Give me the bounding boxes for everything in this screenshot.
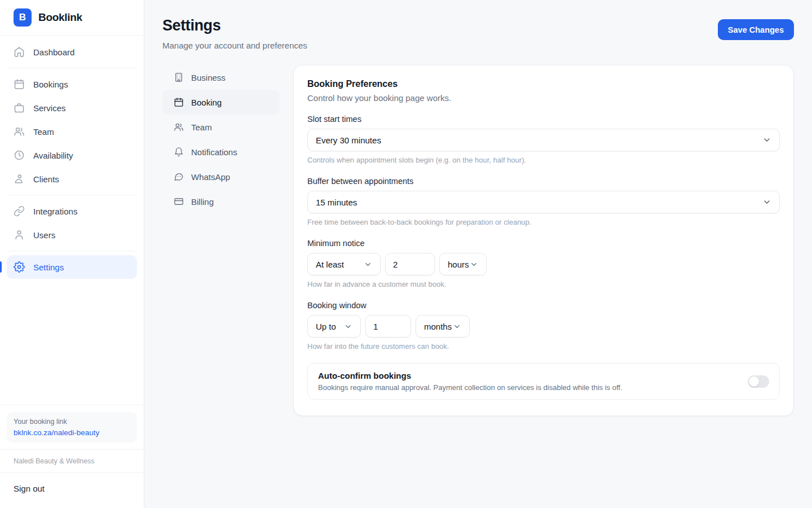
- sidebar-item-dashboard[interactable]: Dashboard: [7, 40, 137, 64]
- chevron-down-icon: [762, 135, 771, 144]
- auto-confirm-label: Auto-confirm bookings: [318, 371, 623, 380]
- tab-billing[interactable]: Billing: [162, 189, 280, 214]
- booking-link-card: Your booking link bklnk.co.za/naledi-bea…: [7, 412, 137, 443]
- tab-label: Booking: [191, 98, 222, 107]
- sidebar-item-availability[interactable]: Availability: [7, 143, 137, 167]
- sidebar-item-users[interactable]: Users: [7, 223, 137, 247]
- user-icon: [14, 229, 25, 240]
- slot-start-help: Controls when appointment slots begin (e…: [307, 156, 780, 164]
- booking-window-label: Booking window: [307, 301, 780, 310]
- sidebar-item-integrations[interactable]: Integrations: [7, 199, 137, 223]
- chevron-down-icon: [470, 260, 478, 269]
- page-subtitle: Manage your account and preferences: [162, 41, 307, 50]
- users-icon: [174, 122, 184, 132]
- building-icon: [174, 72, 184, 82]
- min-notice-qualifier-select[interactable]: At least: [307, 253, 381, 275]
- buffer-help: Free time between back-to-back bookings …: [307, 218, 780, 226]
- tab-booking[interactable]: Booking: [162, 90, 280, 115]
- auto-confirm-toggle[interactable]: [748, 375, 769, 388]
- person-icon: [14, 173, 25, 185]
- slot-start-value: Every 30 minutes: [316, 135, 381, 145]
- page-title: Settings: [162, 17, 307, 34]
- booking-window-field: Booking window Up to months: [307, 301, 780, 351]
- booking-window-unit-value: months: [424, 322, 452, 331]
- home-icon: [14, 46, 25, 58]
- chevron-down-icon: [344, 322, 352, 331]
- app-name: Booklink: [38, 11, 82, 24]
- panel-subtitle: Control how your booking page works.: [307, 93, 780, 103]
- buffer-select[interactable]: 15 minutes: [307, 191, 780, 213]
- chevron-down-icon: [453, 322, 461, 331]
- sidebar-item-label: Integrations: [33, 207, 77, 216]
- sidebar-footer: Your booking link bklnk.co.za/naledi-bea…: [0, 405, 144, 508]
- toggle-knob: [749, 376, 759, 387]
- buffer-value: 15 minutes: [316, 198, 357, 207]
- tab-label: Notifications: [191, 147, 237, 157]
- bell-icon: [174, 147, 184, 157]
- slot-start-select[interactable]: Every 30 minutes: [307, 129, 780, 151]
- tab-label: WhatsApp: [191, 172, 230, 182]
- booking-window-unit-select[interactable]: months: [416, 315, 470, 338]
- tab-notifications[interactable]: Notifications: [162, 139, 280, 164]
- divider: [7, 68, 137, 68]
- sign-out-button[interactable]: Sign out: [0, 472, 144, 508]
- tab-label: Business: [191, 73, 226, 82]
- sidebar-item-label: Clients: [33, 174, 59, 184]
- calendar-icon: [14, 78, 25, 90]
- settings-nav: Business Booking Team Notifications: [162, 65, 280, 214]
- business-name: Naledi Beauty & Wellness: [0, 449, 144, 472]
- auto-confirm-description: Bookings require manual approval. Paymen…: [318, 383, 623, 392]
- buffer-field: Buffer between appointments 15 minutes F…: [307, 177, 780, 226]
- tab-label: Billing: [191, 197, 214, 207]
- page-header: Settings Manage your account and prefere…: [162, 17, 794, 50]
- logo-icon: B: [14, 8, 32, 27]
- min-notice-unit-select[interactable]: hours: [439, 253, 487, 275]
- auto-confirm-row: Auto-confirm bookings Bookings require m…: [307, 363, 780, 400]
- sidebar-item-team[interactable]: Team: [7, 120, 137, 143]
- sidebar: B Booklink Dashboard Bookings Services: [0, 0, 144, 508]
- panel-title: Booking Preferences: [307, 79, 780, 89]
- link-icon: [14, 205, 25, 217]
- save-changes-button[interactable]: Save Changes: [718, 19, 794, 40]
- tab-whatsapp[interactable]: WhatsApp: [162, 164, 280, 189]
- sidebar-item-label: Availability: [33, 151, 73, 160]
- sidebar-item-label: Team: [33, 127, 54, 137]
- chevron-down-icon: [762, 198, 771, 207]
- divider: [7, 195, 137, 195]
- sidebar-item-bookings[interactable]: Bookings: [7, 72, 137, 96]
- credit-card-icon: [174, 196, 184, 207]
- booking-preferences-panel: Booking Preferences Control how your boo…: [293, 65, 794, 416]
- sidebar-nav: Dashboard Bookings Services Team Availa: [0, 36, 144, 279]
- booking-window-help: How far into the future customers can bo…: [307, 342, 780, 351]
- sidebar-item-clients[interactable]: Clients: [7, 167, 137, 191]
- booking-link-url[interactable]: bklnk.co.za/naledi-beauty: [14, 428, 130, 437]
- sidebar-item-label: Dashboard: [33, 47, 74, 57]
- min-notice-amount-input[interactable]: [385, 253, 435, 275]
- tab-team[interactable]: Team: [162, 115, 280, 139]
- divider: [7, 251, 137, 251]
- sidebar-item-label: Bookings: [33, 80, 68, 89]
- booking-window-qualifier-value: Up to: [316, 322, 336, 331]
- tab-label: Team: [191, 122, 212, 132]
- briefcase-icon: [14, 102, 25, 113]
- min-notice-label: Minimum notice: [307, 239, 780, 248]
- booking-window-qualifier-select[interactable]: Up to: [307, 315, 361, 338]
- booking-window-amount-input[interactable]: [365, 315, 411, 338]
- gear-icon: [14, 261, 25, 273]
- min-notice-unit-value: hours: [448, 260, 469, 269]
- min-notice-qualifier-value: At least: [316, 260, 344, 269]
- booking-link-label: Your booking link: [14, 418, 130, 426]
- chat-bubble-icon: [174, 172, 184, 182]
- app-logo: B Booklink: [0, 0, 144, 36]
- slot-start-field: Slot start times Every 30 minutes Contro…: [307, 115, 780, 164]
- main-content: Settings Manage your account and prefere…: [144, 0, 812, 434]
- sidebar-item-services[interactable]: Services: [7, 96, 137, 120]
- sidebar-item-label: Settings: [33, 262, 64, 272]
- users-icon: [14, 126, 25, 137]
- min-notice-help: How far in advance a customer must book.: [307, 280, 780, 288]
- sidebar-item-label: Services: [33, 103, 66, 113]
- sidebar-item-label: Users: [33, 230, 55, 240]
- chevron-down-icon: [364, 260, 372, 269]
- tab-business[interactable]: Business: [162, 65, 280, 90]
- sidebar-item-settings[interactable]: Settings: [7, 255, 137, 279]
